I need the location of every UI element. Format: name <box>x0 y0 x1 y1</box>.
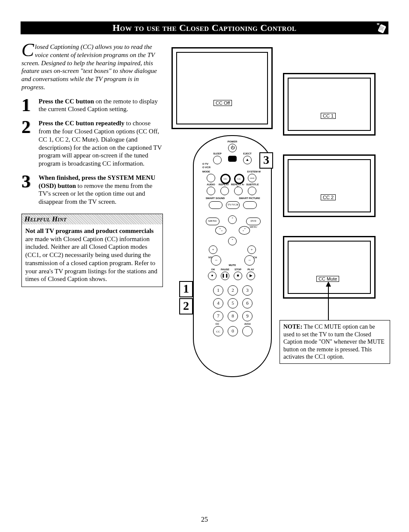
step-3: 3 When finished, press the SYSTEM MENU (… <box>21 174 163 206</box>
tv-screen-cc2: CC 2 <box>283 154 376 217</box>
keypad-1[interactable]: 1 <box>213 285 223 296</box>
page-title: How to use the Closed Captioning Control <box>21 21 388 34</box>
smartsound-button[interactable] <box>209 201 223 209</box>
tv-screen-ccmute: CC Mute <box>283 236 376 299</box>
keypad-3[interactable]: 3 <box>242 285 253 296</box>
nav-left-button[interactable]: ˂« <box>215 226 226 235</box>
hint-title: Helpful Hint <box>24 215 66 223</box>
play-button[interactable]: ▶ <box>247 272 255 280</box>
instructions-column: Closed Captioning (CC) allows you to rea… <box>21 43 163 287</box>
repeatab-button[interactable] <box>234 187 243 195</box>
keypad-cc[interactable]: CC <box>213 326 223 336</box>
svg-point-6 <box>382 28 383 29</box>
pause-button[interactable]: ❚❚ <box>221 272 229 280</box>
label-smartsound: SMART SOUND <box>204 197 226 200</box>
tv-screen-cc1: CC 1 <box>283 73 376 136</box>
tv-inner <box>288 78 371 131</box>
label-tv: O TV <box>202 163 215 165</box>
label-mode: MODE <box>202 170 215 173</box>
step-body: Press the CC button repeatedly to choose… <box>39 119 163 168</box>
note-bold: NOTE: <box>283 323 302 330</box>
dropcap: C <box>21 43 35 57</box>
note-box: NOTE: The CC MUTE option can be used to … <box>280 320 390 364</box>
label-subtitle: SUBTITLE <box>246 183 259 186</box>
label-play: PLAY <box>244 268 257 271</box>
helpful-hint-box: Helpful Hint Not all TV programs and pro… <box>21 214 163 287</box>
keypad-7[interactable]: 7 <box>213 311 223 321</box>
repeat-button[interactable] <box>220 187 229 195</box>
ch-up-button[interactable]: + <box>247 245 256 254</box>
svg-point-5 <box>381 28 382 29</box>
step-number: 1 <box>21 97 34 114</box>
keypad-ach[interactable] <box>242 326 253 336</box>
svg-point-4 <box>380 27 381 28</box>
label-mute: MUTE <box>226 264 239 266</box>
ok-button[interactable]: ● <box>208 272 217 280</box>
svg-point-2 <box>382 27 382 27</box>
vol-down-button[interactable]: − <box>211 255 221 266</box>
keypad-9[interactable]: 9 <box>242 311 253 321</box>
nav-right-button[interactable]: »˃ <box>239 226 250 235</box>
osd-button[interactable]: OSD <box>248 174 256 182</box>
nav-down-button[interactable]: ˅ <box>228 237 237 245</box>
label-ch: CH <box>249 256 262 259</box>
label-pause: PAUSE <box>219 268 232 271</box>
callout-2: 2 <box>179 298 193 314</box>
audio-button[interactable] <box>207 187 215 195</box>
svg-point-8 <box>381 29 382 30</box>
step-number: 3 <box>21 174 34 206</box>
intro-paragraph: Closed Captioning (CC) allows you to rea… <box>21 43 163 91</box>
remote-icon <box>376 22 387 33</box>
step-number: 2 <box>21 119 34 168</box>
hint-body: Not all TV programs and product commerci… <box>22 224 162 287</box>
label-smartpicture: SMART PICTURE <box>237 197 262 200</box>
keypad-6[interactable]: 6 <box>242 298 253 308</box>
ir-window <box>228 156 237 162</box>
osd-label-cc1: CC 1 <box>321 113 336 119</box>
hint-title-row: Helpful Hint <box>22 214 162 224</box>
label-sleep: SLEEP <box>211 152 224 155</box>
step-1: 1 Press the CC button on the remote to d… <box>21 97 163 114</box>
keypad-8[interactable]: 8 <box>228 311 238 321</box>
manual-page: How to use the Closed Captioning Control… <box>0 0 409 532</box>
menu-button[interactable]: MENU <box>206 218 220 225</box>
svg-point-1 <box>380 26 381 27</box>
label-stop: STOP <box>232 268 244 271</box>
osd-label-ccmute: CC Mute <box>316 276 339 282</box>
keypad-2[interactable]: 2 <box>228 285 238 296</box>
intro-text: losed Captioning (CC) allows you to read… <box>21 43 157 91</box>
label-power: POWER <box>226 140 239 143</box>
subtitle-button[interactable] <box>248 187 256 195</box>
stop-button[interactable]: ■ <box>234 272 242 280</box>
cc2-button[interactable]: CC <box>234 174 244 184</box>
step-2: 2 Press the CC button repeatedly to choo… <box>21 119 163 168</box>
tv-screen-ccoff: CC Off <box>171 47 273 129</box>
step-body: Press the CC button on the remote to dis… <box>39 97 163 114</box>
svg-point-9 <box>382 30 383 30</box>
osd-label-ccoff: CC Off <box>214 100 232 106</box>
svg-rect-0 <box>378 24 386 33</box>
label-audio: AUDIO <box>204 183 217 186</box>
step-body: When finished, press the SYSTEM MENU (OS… <box>39 174 163 206</box>
keypad-0[interactable]: 0 <box>228 326 238 336</box>
keypad-4[interactable]: 4 <box>213 298 223 308</box>
vol-up-button[interactable]: + <box>209 245 217 254</box>
power-button[interactable]: ⏻ <box>228 144 237 152</box>
label-ok: OK <box>207 268 220 271</box>
svg-point-3 <box>383 27 384 28</box>
nav-up-button[interactable]: ˄ <box>228 215 237 224</box>
remote-control: POWER ⏻ SLEEP EJECT ▲ O TV O VCR MODE CC… <box>193 135 272 377</box>
label-cc: CC <box>211 323 224 325</box>
dvdmenu-button[interactable]: DVD MENU <box>246 218 261 225</box>
tv-inner <box>176 52 268 124</box>
keypad-5[interactable]: 5 <box>228 298 238 308</box>
eject-button[interactable]: ▲ <box>243 156 252 164</box>
mode-button[interactable] <box>207 174 215 182</box>
tvvcr-button[interactable]: TV/VCR <box>226 201 240 209</box>
cc-button[interactable]: CC <box>220 174 231 184</box>
label-repeat: REPEAT <box>217 183 230 186</box>
illustration-area: CC Off CC 1 CC 2 CC Mute POWER ⏻ SLEEP E… <box>167 43 388 386</box>
callout-3: 3 <box>259 152 273 169</box>
svg-point-7 <box>379 29 380 30</box>
smartpicture-button[interactable] <box>243 201 257 209</box>
